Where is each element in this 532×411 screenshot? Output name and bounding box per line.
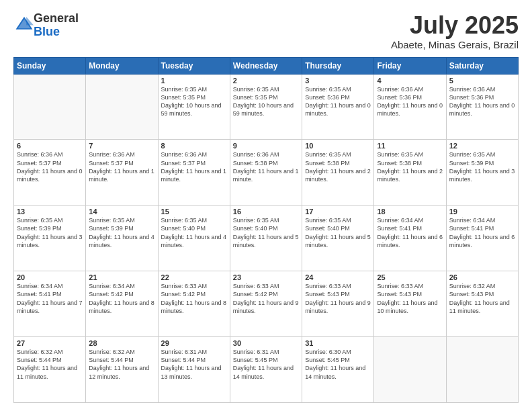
day-number: 16 <box>233 208 299 216</box>
day-cell-5-7 <box>446 337 518 403</box>
day-info: Sunrise: 6:36 AM Sunset: 5:37 PM Dayligh… <box>89 150 154 183</box>
day-number: 12 <box>449 142 515 150</box>
day-number: 9 <box>233 142 299 150</box>
week-row-3: 13Sunrise: 6:35 AM Sunset: 5:39 PM Dayli… <box>14 205 519 271</box>
logo: General Blue <box>13 12 79 39</box>
day-number: 6 <box>17 142 83 150</box>
header: General Blue July 2025 Abaete, Minas Ger… <box>13 12 519 50</box>
day-cell-5-5: 31Sunrise: 6:30 AM Sunset: 5:45 PM Dayli… <box>302 337 374 403</box>
day-info: Sunrise: 6:36 AM Sunset: 5:38 PM Dayligh… <box>233 150 299 183</box>
day-info: Sunrise: 6:34 AM Sunset: 5:41 PM Dayligh… <box>17 282 83 315</box>
day-cell-2-3: 8Sunrise: 6:36 AM Sunset: 5:37 PM Daylig… <box>158 140 230 205</box>
day-info: Sunrise: 6:30 AM Sunset: 5:45 PM Dayligh… <box>305 348 371 381</box>
day-number: 8 <box>161 142 227 150</box>
day-number: 15 <box>161 208 227 216</box>
col-saturday: Saturday <box>446 57 518 74</box>
day-info: Sunrise: 6:31 AM Sunset: 5:45 PM Dayligh… <box>233 348 299 381</box>
week-row-4: 20Sunrise: 6:34 AM Sunset: 5:41 PM Dayli… <box>14 271 519 337</box>
day-number: 19 <box>449 208 515 216</box>
day-info: Sunrise: 6:36 AM Sunset: 5:36 PM Dayligh… <box>449 85 515 118</box>
day-info: Sunrise: 6:35 AM Sunset: 5:35 PM Dayligh… <box>161 85 227 118</box>
logo-general-text: General <box>34 11 79 25</box>
logo-icon <box>15 15 34 34</box>
col-thursday: Thursday <box>302 57 374 74</box>
day-info: Sunrise: 6:35 AM Sunset: 5:38 PM Dayligh… <box>305 150 371 183</box>
calendar-table: Sunday Monday Tuesday Wednesday Thursday… <box>13 57 519 403</box>
day-cell-1-5: 3Sunrise: 6:35 AM Sunset: 5:36 PM Daylig… <box>302 74 374 140</box>
day-number: 1 <box>161 77 227 85</box>
day-number: 28 <box>89 339 154 347</box>
day-number: 22 <box>161 273 227 281</box>
day-cell-2-6: 11Sunrise: 6:35 AM Sunset: 5:38 PM Dayli… <box>374 140 446 205</box>
day-number: 18 <box>377 208 443 216</box>
day-info: Sunrise: 6:35 AM Sunset: 5:35 PM Dayligh… <box>233 85 299 118</box>
day-cell-3-1: 13Sunrise: 6:35 AM Sunset: 5:39 PM Dayli… <box>14 205 86 271</box>
col-sunday: Sunday <box>14 57 86 74</box>
svg-marker-2 <box>26 17 34 25</box>
day-info: Sunrise: 6:33 AM Sunset: 5:42 PM Dayligh… <box>161 282 227 315</box>
day-number: 26 <box>449 273 515 281</box>
day-cell-2-5: 10Sunrise: 6:35 AM Sunset: 5:38 PM Dayli… <box>302 140 374 205</box>
day-info: Sunrise: 6:35 AM Sunset: 5:39 PM Dayligh… <box>449 150 515 183</box>
day-info: Sunrise: 6:33 AM Sunset: 5:42 PM Dayligh… <box>233 282 299 315</box>
day-number: 25 <box>377 273 443 281</box>
day-cell-1-7: 5Sunrise: 6:36 AM Sunset: 5:36 PM Daylig… <box>446 74 518 140</box>
day-cell-3-3: 15Sunrise: 6:35 AM Sunset: 5:40 PM Dayli… <box>158 205 230 271</box>
day-cell-1-1 <box>14 74 86 140</box>
day-info: Sunrise: 6:36 AM Sunset: 5:37 PM Dayligh… <box>161 150 227 183</box>
day-cell-2-7: 12Sunrise: 6:35 AM Sunset: 5:39 PM Dayli… <box>446 140 518 205</box>
day-cell-3-4: 16Sunrise: 6:35 AM Sunset: 5:40 PM Dayli… <box>230 205 302 271</box>
day-info: Sunrise: 6:32 AM Sunset: 5:43 PM Dayligh… <box>449 282 515 315</box>
day-number: 21 <box>89 273 154 281</box>
day-cell-5-1: 27Sunrise: 6:32 AM Sunset: 5:44 PM Dayli… <box>14 337 86 403</box>
day-number: 5 <box>449 77 515 85</box>
day-number: 10 <box>305 142 371 150</box>
page: General Blue July 2025 Abaete, Minas Ger… <box>0 0 532 411</box>
day-info: Sunrise: 6:34 AM Sunset: 5:41 PM Dayligh… <box>377 216 443 249</box>
day-cell-3-2: 14Sunrise: 6:35 AM Sunset: 5:39 PM Dayli… <box>86 205 158 271</box>
day-cell-5-4: 30Sunrise: 6:31 AM Sunset: 5:45 PM Dayli… <box>230 337 302 403</box>
day-info: Sunrise: 6:35 AM Sunset: 5:40 PM Dayligh… <box>233 216 299 249</box>
day-info: Sunrise: 6:36 AM Sunset: 5:36 PM Dayligh… <box>377 85 443 118</box>
day-info: Sunrise: 6:35 AM Sunset: 5:36 PM Dayligh… <box>305 85 371 118</box>
day-cell-3-5: 17Sunrise: 6:35 AM Sunset: 5:40 PM Dayli… <box>302 205 374 271</box>
day-number: 13 <box>17 208 83 216</box>
day-number: 27 <box>17 339 83 347</box>
col-monday: Monday <box>86 57 158 74</box>
day-number: 20 <box>17 273 83 281</box>
day-info: Sunrise: 6:35 AM Sunset: 5:39 PM Dayligh… <box>89 216 154 249</box>
day-info: Sunrise: 6:34 AM Sunset: 5:41 PM Dayligh… <box>449 216 515 249</box>
day-info: Sunrise: 6:33 AM Sunset: 5:43 PM Dayligh… <box>305 282 371 315</box>
day-number: 31 <box>305 339 371 347</box>
day-cell-4-2: 21Sunrise: 6:34 AM Sunset: 5:42 PM Dayli… <box>86 271 158 337</box>
day-info: Sunrise: 6:35 AM Sunset: 5:39 PM Dayligh… <box>17 216 83 249</box>
day-number: 30 <box>233 339 299 347</box>
day-number: 14 <box>89 208 154 216</box>
title-block: July 2025 Abaete, Minas Gerais, Brazil <box>391 12 519 50</box>
day-number: 7 <box>89 142 154 150</box>
day-info: Sunrise: 6:31 AM Sunset: 5:44 PM Dayligh… <box>161 348 227 381</box>
day-number: 2 <box>233 77 299 85</box>
day-number: 4 <box>377 77 443 85</box>
col-wednesday: Wednesday <box>230 57 302 74</box>
day-number: 17 <box>305 208 371 216</box>
day-info: Sunrise: 6:35 AM Sunset: 5:40 PM Dayligh… <box>305 216 371 249</box>
day-cell-2-4: 9Sunrise: 6:36 AM Sunset: 5:38 PM Daylig… <box>230 140 302 205</box>
day-number: 23 <box>233 273 299 281</box>
day-info: Sunrise: 6:36 AM Sunset: 5:37 PM Dayligh… <box>17 150 83 183</box>
day-cell-3-6: 18Sunrise: 6:34 AM Sunset: 5:41 PM Dayli… <box>374 205 446 271</box>
day-cell-1-2 <box>86 74 158 140</box>
day-cell-4-3: 22Sunrise: 6:33 AM Sunset: 5:42 PM Dayli… <box>158 271 230 337</box>
day-cell-1-6: 4Sunrise: 6:36 AM Sunset: 5:36 PM Daylig… <box>374 74 446 140</box>
day-cell-4-1: 20Sunrise: 6:34 AM Sunset: 5:41 PM Dayli… <box>14 271 86 337</box>
day-cell-4-7: 26Sunrise: 6:32 AM Sunset: 5:43 PM Dayli… <box>446 271 518 337</box>
day-info: Sunrise: 6:33 AM Sunset: 5:43 PM Dayligh… <box>377 282 443 315</box>
calendar-body: 1Sunrise: 6:35 AM Sunset: 5:35 PM Daylig… <box>14 74 519 402</box>
week-row-1: 1Sunrise: 6:35 AM Sunset: 5:35 PM Daylig… <box>14 74 519 140</box>
day-number: 11 <box>377 142 443 150</box>
day-info: Sunrise: 6:35 AM Sunset: 5:38 PM Dayligh… <box>377 150 443 183</box>
day-cell-2-1: 6Sunrise: 6:36 AM Sunset: 5:37 PM Daylig… <box>14 140 86 205</box>
day-number: 24 <box>305 273 371 281</box>
day-info: Sunrise: 6:34 AM Sunset: 5:42 PM Dayligh… <box>89 282 154 315</box>
week-row-5: 27Sunrise: 6:32 AM Sunset: 5:44 PM Dayli… <box>14 337 519 403</box>
